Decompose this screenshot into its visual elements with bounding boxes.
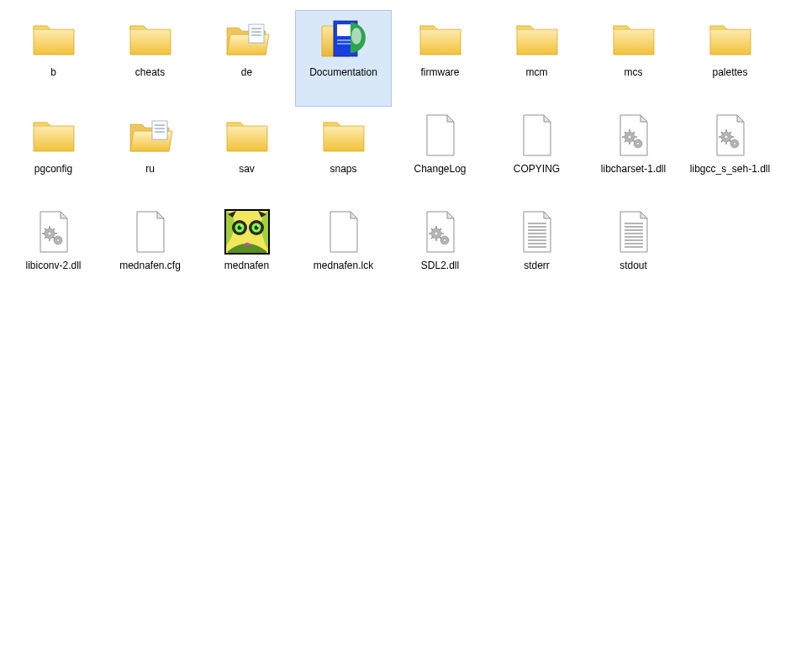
file-item[interactable]: mcm (488, 10, 585, 107)
file-label: sav (239, 163, 255, 176)
folder-icon (125, 16, 176, 61)
file-item[interactable]: mcs (585, 10, 682, 107)
file-dll-icon (705, 113, 756, 158)
mednafen-app-icon (222, 209, 272, 255)
file-item[interactable]: mednafen.cfg (102, 203, 198, 300)
file-item[interactable]: libgcc_s_seh-1.dll (682, 107, 778, 203)
svg-point-58 (245, 243, 250, 246)
file-blank-icon (125, 209, 176, 255)
file-label: stderr (524, 260, 550, 272)
svg-point-57 (256, 225, 258, 227)
file-item[interactable]: mednafen (198, 203, 295, 300)
svg-point-8 (351, 28, 361, 45)
file-label: mcm (526, 66, 548, 79)
file-label: libgcc_s_seh-1.dll (690, 163, 770, 176)
folder-icon (415, 16, 466, 61)
svg-point-16 (636, 142, 639, 144)
file-label: mednafen (224, 260, 269, 272)
file-item[interactable]: palettes (682, 10, 778, 107)
file-label: SDL2.dll (421, 260, 459, 272)
file-item[interactable]: SDL2.dll (392, 203, 488, 300)
folder-icon (705, 16, 756, 61)
folder-documentation-icon (319, 16, 369, 61)
file-label: cheats (135, 66, 165, 79)
file-label: Documentation (309, 66, 377, 79)
file-item[interactable]: ru (102, 107, 198, 203)
file-blank-icon (319, 209, 369, 255)
svg-point-14 (628, 135, 631, 139)
svg-point-26 (725, 135, 728, 139)
file-dll-icon (415, 209, 466, 255)
folder-open-icon (125, 113, 176, 158)
file-item[interactable]: libcharset-1.dll (585, 107, 682, 203)
svg-rect-9 (152, 121, 167, 139)
file-label: palettes (712, 66, 747, 79)
file-item[interactable]: b (5, 10, 102, 107)
file-label: de (241, 66, 252, 79)
svg-point-60 (435, 232, 438, 235)
file-label: libcharset-1.dll (601, 163, 666, 176)
file-label: firmware (420, 66, 459, 79)
folder-icon (319, 113, 369, 158)
file-text-icon (609, 209, 659, 255)
file-item[interactable]: Documentation (295, 10, 392, 107)
file-dll-icon (609, 113, 659, 158)
svg-point-38 (48, 232, 51, 235)
folder-icon (609, 16, 659, 61)
file-item[interactable]: de (198, 10, 295, 107)
file-item[interactable]: stdout (585, 203, 682, 300)
file-item[interactable]: cheats (102, 10, 198, 107)
file-item[interactable]: snaps (295, 107, 392, 203)
folder-icon (512, 16, 562, 61)
file-label: pgconfig (34, 163, 72, 176)
folder-icon (222, 113, 272, 158)
file-label: mcs (625, 66, 643, 79)
file-label: mednafen.cfg (119, 260, 181, 272)
file-label: snaps (329, 163, 356, 176)
folder-open-icon (222, 16, 272, 61)
file-item[interactable]: libiconv-2.dll (5, 203, 102, 300)
folder-icon (29, 16, 79, 61)
file-item[interactable]: ChangeLog (392, 107, 488, 203)
file-label: b (50, 66, 56, 79)
file-blank-icon (512, 113, 562, 158)
svg-point-28 (733, 142, 735, 144)
file-label: COPYING (514, 163, 560, 176)
file-item[interactable]: firmware (392, 10, 488, 107)
file-grid: b cheats de Documentation firmware (0, 0, 796, 310)
svg-point-62 (443, 239, 445, 241)
file-item[interactable]: pgconfig (5, 107, 102, 203)
file-label: libiconv-2.dll (25, 260, 81, 272)
folder-icon (29, 113, 79, 158)
file-label: mednafen.lck (314, 260, 373, 272)
file-label: ru (145, 163, 155, 176)
file-text-icon (512, 209, 562, 255)
file-dll-icon (29, 209, 79, 255)
file-item[interactable]: sav (198, 107, 295, 203)
file-item[interactable]: mednafen.lck (295, 203, 392, 300)
svg-point-53 (240, 225, 241, 227)
file-label: ChangeLog (414, 163, 466, 176)
file-item[interactable]: COPYING (488, 107, 585, 203)
file-blank-icon (415, 113, 466, 158)
file-label: stdout (619, 260, 647, 272)
svg-point-40 (56, 239, 59, 241)
svg-rect-0 (249, 24, 264, 43)
file-item[interactable]: stderr (488, 203, 585, 300)
